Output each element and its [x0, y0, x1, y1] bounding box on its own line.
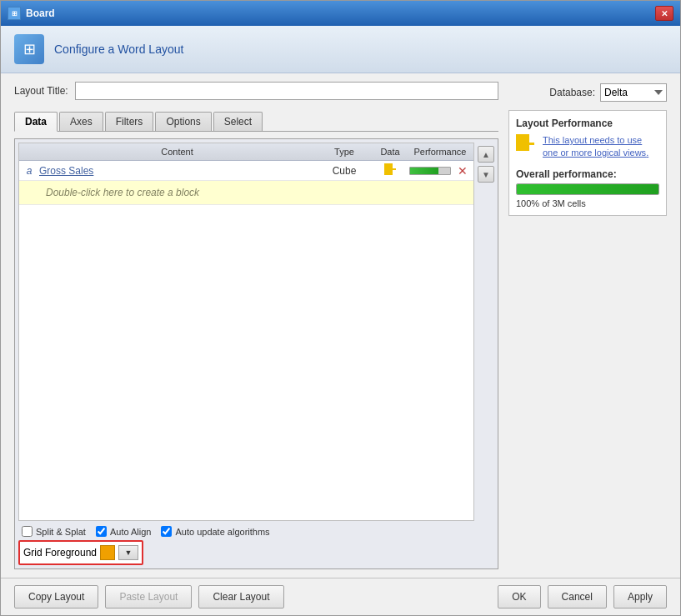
auto-update-checkbox[interactable] [161, 526, 172, 537]
database-label: Database: [549, 87, 595, 98]
title-bar: ⊞ Board ✕ [1, 1, 680, 26]
perf-text-suffix: . [646, 148, 648, 158]
row-type: Cube [315, 165, 373, 177]
perf-message: This layout needs to use one or more log… [543, 134, 659, 160]
perf-text-prefix: This layout needs to use [543, 135, 642, 145]
svg-marker-1 [516, 134, 534, 151]
row-performance: ✕ [407, 164, 473, 178]
overall-perf-bar [516, 183, 659, 195]
col-perf-header: Performance [407, 147, 473, 157]
perf-bar-fill [410, 168, 438, 174]
col-content-header: Content [39, 147, 315, 157]
perf-bar [409, 167, 451, 175]
grid-foreground-row: Grid Foreground ▼ [18, 540, 143, 565]
auto-update-label: Auto update algorithms [175, 527, 269, 537]
dialog-icon: ⊞ [14, 34, 44, 64]
close-button[interactable]: ✕ [655, 6, 673, 21]
dialog-header: ⊞ Configure a Word Layout [1, 26, 680, 73]
row-label: a [19, 165, 39, 177]
tab-strip: Data Axes Filters Options Select [14, 112, 498, 132]
left-panel: Layout Title: Data Axes Filters Options … [14, 82, 498, 569]
perf-flag-row: This layout needs to use one or more log… [516, 134, 659, 160]
row-data-flag [373, 163, 407, 178]
col-empty [19, 147, 39, 157]
tab-options[interactable]: Options [155, 112, 211, 131]
svg-marker-0 [384, 163, 396, 175]
flag-icon [384, 163, 396, 175]
col-type-header: Type [315, 147, 373, 157]
nav-up-button[interactable]: ▲ [478, 146, 494, 163]
layout-title-input[interactable] [75, 82, 498, 100]
split-splat-label: Split & Splat [36, 527, 86, 537]
grid-foreground-label: Grid Foreground [23, 547, 97, 558]
table-container: Content Type Data Performance a Gross Sa… [18, 143, 494, 521]
grid-foreground-settings-button[interactable]: ▼ [118, 545, 138, 560]
grid-foreground-color-button[interactable] [100, 545, 115, 560]
apply-button[interactable]: Apply [613, 585, 667, 608]
table-nav: ▲ ▼ [474, 143, 494, 521]
copy-layout-button[interactable]: Copy Layout [14, 585, 98, 608]
create-hint[interactable]: Double-click here to create a block [39, 183, 206, 202]
delete-row-button[interactable]: ✕ [454, 164, 471, 178]
flag-warning-icon [516, 134, 536, 151]
perf-title: Layout Performance [516, 118, 659, 129]
perf-logical-views-link[interactable]: one or more logical views [543, 148, 646, 158]
right-panel: Database: Delta Layout Performance This … [508, 82, 667, 569]
bottom-checkboxes: Split & Splat Auto Align Auto update alg… [18, 521, 494, 540]
auto-update-check[interactable]: Auto update algorithms [161, 526, 269, 537]
window-title: Board [26, 8, 55, 19]
tab-select[interactable]: Select [213, 112, 263, 131]
cancel-button[interactable]: Cancel [548, 585, 607, 608]
auto-align-label: Auto Align [110, 527, 152, 537]
main-content: Layout Title: Data Axes Filters Options … [1, 73, 680, 578]
bottom-bar-right: OK Cancel Apply [498, 585, 667, 608]
paste-layout-button[interactable]: Paste Layout [105, 585, 192, 608]
row-name[interactable]: Gross Sales [39, 165, 315, 177]
split-splat-checkbox[interactable] [22, 526, 33, 537]
app-icon: ⊞ [8, 7, 21, 20]
overall-perf-label: 100% of 3M cells [516, 198, 659, 208]
tab-content: Content Type Data Performance a Gross Sa… [14, 138, 498, 569]
clear-layout-button[interactable]: Clear Layout [198, 585, 283, 608]
nav-down-button[interactable]: ▼ [478, 166, 494, 183]
split-splat-check[interactable]: Split & Splat [22, 526, 86, 537]
tab-axes[interactable]: Axes [59, 112, 103, 131]
auto-align-check[interactable]: Auto Align [96, 526, 152, 537]
layout-title-row: Layout Title: [14, 82, 498, 100]
create-block-row[interactable]: Double-click here to create a block [19, 181, 473, 205]
database-row: Database: Delta [508, 82, 667, 103]
perf-warning-flag [516, 134, 536, 151]
col-data-header: Data [373, 147, 407, 157]
bottom-bar-left: Copy Layout Paste Layout Clear Layout [14, 585, 491, 608]
table-header: Content Type Data Performance [19, 143, 473, 161]
tab-data[interactable]: Data [14, 112, 58, 132]
data-table: Content Type Data Performance a Gross Sa… [18, 143, 474, 521]
overall-perf-title: Overall performance: [516, 168, 659, 180]
auto-align-checkbox[interactable] [96, 526, 107, 537]
overall-perf-bar-fill [517, 184, 658, 194]
performance-box: Layout Performance This layout needs to … [508, 110, 667, 216]
layout-title-label: Layout Title: [14, 85, 68, 97]
table-row: a Gross Sales Cube [19, 161, 473, 181]
database-select[interactable]: Delta [600, 83, 667, 102]
ok-button[interactable]: OK [498, 585, 540, 608]
bottom-bar: Copy Layout Paste Layout Clear Layout OK… [1, 578, 680, 615]
tab-filters[interactable]: Filters [105, 112, 154, 131]
dialog-title: Configure a Word Layout [54, 43, 183, 56]
main-window: ⊞ Board ✕ ⊞ Configure a Word Layout Layo… [0, 0, 681, 616]
